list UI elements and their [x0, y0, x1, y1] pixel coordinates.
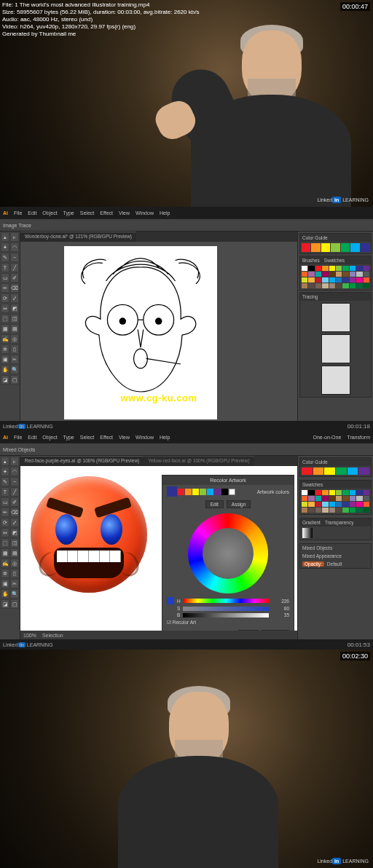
swatch[interactable] — [308, 490, 314, 495]
tracing-thumbnails-panel[interactable]: Tracing — [299, 292, 372, 398]
menu-select[interactable]: Select — [80, 435, 94, 440]
color-guide-panel[interactable]: Color Guide — [299, 233, 372, 254]
swatch[interactable] — [342, 277, 348, 283]
swatch[interactable] — [329, 277, 335, 283]
slice-tool-icon[interactable]: ✂ — [10, 579, 19, 588]
swatch[interactable] — [342, 496, 348, 501]
swatch[interactable] — [322, 496, 328, 501]
swatch[interactable] — [322, 266, 328, 271]
swatch[interactable] — [364, 490, 369, 495]
swatch[interactable] — [356, 490, 362, 495]
swatch[interactable] — [336, 490, 342, 495]
rectangle-tool-icon[interactable]: ▭ — [1, 497, 9, 507]
scale-tool-icon[interactable]: ⤢ — [10, 518, 19, 527]
graph-tool-icon[interactable]: ▯ — [10, 569, 19, 578]
swatches-grid[interactable] — [300, 264, 371, 290]
swatch[interactable] — [336, 272, 342, 277]
swatch[interactable] — [322, 272, 328, 277]
menu-edit[interactable]: Edit — [28, 210, 36, 216]
menu-edit[interactable]: Edit — [28, 435, 36, 440]
pen-tool-icon[interactable]: ✎ — [1, 477, 9, 486]
menu-view[interactable]: View — [119, 435, 130, 440]
menu-type[interactable]: Type — [63, 210, 74, 216]
screen-mode-icon[interactable]: ▢ — [10, 599, 19, 609]
swatch[interactable] — [350, 277, 356, 283]
gradient-panel[interactable]: Gradient Transparency — [299, 518, 372, 540]
swatch[interactable] — [302, 502, 307, 507]
menu-view[interactable]: View — [119, 210, 130, 216]
menu-effect[interactable]: Effect — [100, 435, 113, 440]
rotate-tool-icon[interactable]: ⟳ — [1, 518, 9, 527]
swatch[interactable] — [350, 496, 356, 501]
appearance-panel[interactable]: Mixed Objects Mixed Appearance Opacity: … — [299, 543, 372, 569]
swatch[interactable] — [356, 277, 362, 283]
transparency-tab[interactable]: Transparency — [325, 520, 354, 525]
scale-tool-icon[interactable]: ⤢ — [10, 293, 19, 303]
swatch[interactable] — [364, 283, 369, 288]
swatch[interactable] — [302, 277, 307, 283]
swatch[interactable] — [350, 283, 356, 288]
screen-mode-icon[interactable]: ▢ — [10, 375, 19, 384]
blend-tool-icon[interactable]: ◎ — [10, 559, 19, 568]
tracing-tab[interactable]: Tracing — [302, 294, 318, 299]
swatch[interactable] — [308, 266, 314, 271]
artboard-tool-icon[interactable]: ▣ — [1, 355, 9, 364]
swatch[interactable] — [336, 502, 342, 507]
mesh-tool-icon[interactable]: ▦ — [1, 324, 9, 334]
mesh-tool-icon[interactable]: ▦ — [1, 548, 9, 558]
swatches-tab[interactable]: Swatches — [324, 258, 345, 263]
zoom-tool-icon[interactable]: 🔍 — [10, 589, 19, 599]
recolor-artwork-dialog[interactable]: Recolor Artwork Artwork colors Edit Assi… — [162, 475, 294, 631]
color-guide-panel[interactable]: Color Guide — [299, 457, 372, 477]
gradient-tool-icon[interactable]: ▤ — [10, 324, 19, 334]
free-transform-tool-icon[interactable]: ◩ — [10, 304, 19, 313]
paintbrush-tool-icon[interactable]: ✐ — [10, 273, 19, 283]
sat-slider[interactable] — [183, 607, 269, 611]
h-value[interactable]: 226 — [272, 599, 289, 604]
swatch[interactable] — [350, 272, 356, 277]
gradient-tab[interactable]: Gradient — [302, 520, 321, 525]
edit-tab[interactable]: Edit — [205, 500, 224, 508]
paintbrush-tool-icon[interactable]: ✐ — [10, 497, 19, 507]
pen-tool-icon[interactable]: ✎ — [1, 253, 9, 262]
eyedropper-tool-icon[interactable]: ✍ — [1, 334, 9, 344]
rotate-tool-icon[interactable]: ⟳ — [1, 293, 9, 303]
color-guide-tab[interactable]: Color Guide — [302, 235, 328, 240]
selection-tool-icon[interactable]: ▴ — [1, 457, 9, 466]
menu-help[interactable]: Help — [160, 210, 170, 216]
swatch[interactable] — [329, 490, 335, 495]
workspace-transform[interactable]: Transform — [347, 435, 370, 440]
s-value[interactable]: 80 — [272, 606, 289, 611]
swatch[interactable] — [356, 272, 362, 277]
swatch[interactable] — [329, 496, 335, 501]
swatches-tab[interactable]: Swatches — [302, 482, 323, 487]
hue-slider[interactable] — [184, 599, 269, 603]
swatch[interactable] — [308, 272, 314, 277]
gradient-tool-icon[interactable]: ▤ — [10, 548, 19, 558]
b-value[interactable]: 35 — [272, 612, 289, 618]
eraser-tool-icon[interactable]: ⌫ — [10, 283, 19, 293]
menu-type[interactable]: Type — [63, 435, 74, 440]
symbol-sprayer-tool-icon[interactable]: ✲ — [1, 344, 9, 354]
magic-wand-tool-icon[interactable]: ✦ — [1, 467, 9, 476]
menu-help[interactable]: Help — [160, 435, 170, 440]
pencil-tool-icon[interactable]: ✏ — [1, 508, 9, 517]
menu-object[interactable]: Object — [42, 435, 57, 440]
swatch[interactable] — [302, 283, 307, 288]
graph-tool-icon[interactable]: ▯ — [10, 344, 19, 354]
swatch[interactable] — [356, 508, 362, 513]
direct-selection-tool-icon[interactable]: ▹ — [10, 457, 19, 466]
swatch[interactable] — [336, 496, 342, 501]
swatch[interactable] — [315, 266, 321, 271]
color-guide-tab[interactable]: Color Guide — [302, 459, 328, 465]
curvature-tool-icon[interactable]: ~ — [10, 253, 19, 262]
curvature-tool-icon[interactable]: ~ — [10, 477, 19, 486]
width-tool-icon[interactable]: ⇔ — [1, 304, 9, 313]
eraser-tool-icon[interactable]: ⌫ — [10, 508, 19, 517]
shape-builder-tool-icon[interactable]: ⬚ — [1, 538, 9, 548]
swatch[interactable] — [308, 496, 314, 501]
swatches-panel[interactable]: BrushesSwatches — [299, 256, 372, 291]
thumbnail-2[interactable] — [321, 334, 350, 363]
gradient-preview-icon[interactable] — [302, 528, 313, 538]
swatch[interactable] — [315, 502, 321, 507]
